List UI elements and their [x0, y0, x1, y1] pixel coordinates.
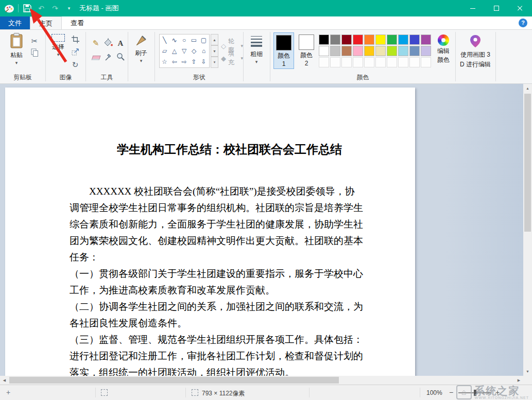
file-menu-button[interactable]: 文件: [0, 16, 30, 29]
shape-icon[interactable]: ⇨: [179, 56, 189, 67]
tab-home[interactable]: 主页: [30, 16, 62, 29]
shape-icon[interactable]: ⌂: [199, 45, 209, 56]
horizontal-scrollbar[interactable]: ◀ ▶: [0, 376, 523, 385]
shapes-scroll-down-icon[interactable]: ▼: [211, 45, 218, 57]
scroll-left-icon[interactable]: ◀: [0, 376, 9, 385]
palette-swatch[interactable]: [409, 46, 420, 56]
shapes-scroll-up-icon[interactable]: ▲: [211, 34, 218, 45]
document-line: 工作，为推进高校素质教育和改革发展作贡献。: [70, 282, 400, 299]
palette-swatch[interactable]: [341, 46, 352, 56]
palette-swatch[interactable]: [353, 46, 363, 56]
shapes-gallery: ╲∿○▭▢ ▱△▽◇⌂ ☆⇦⇨⇧⇩: [159, 34, 210, 68]
shape-icon[interactable]: ⇦: [169, 56, 179, 67]
paste-dropdown-icon: ▾: [15, 61, 18, 65]
palette-swatch[interactable]: [421, 46, 431, 56]
size-button[interactable]: 粗细 ▾: [247, 35, 266, 64]
palette-swatch-empty[interactable]: [387, 57, 397, 67]
palette-swatch[interactable]: [398, 46, 408, 56]
palette-swatch[interactable]: [319, 34, 329, 45]
horizontal-scroll-thumb[interactable]: [9, 377, 339, 384]
palette-swatch[interactable]: [375, 34, 386, 45]
eraser-tool-button[interactable]: [90, 53, 101, 63]
rotate-button[interactable]: ↻: [70, 60, 81, 70]
palette-swatch-empty[interactable]: [398, 57, 408, 67]
palette-swatch-empty[interactable]: [341, 57, 352, 67]
shape-icon[interactable]: ▱: [160, 45, 169, 56]
scroll-up-icon[interactable]: ▲: [523, 84, 532, 93]
cut-button[interactable]: ✂: [29, 36, 40, 46]
maximize-icon: [494, 6, 499, 11]
shape-icon[interactable]: ▭: [189, 34, 199, 45]
shape-icon[interactable]: ◇: [189, 45, 199, 56]
document-line: 各社团良性发展创造条件。: [70, 315, 400, 332]
crop-button[interactable]: [70, 35, 81, 45]
palette-swatch[interactable]: [387, 46, 397, 56]
palette-swatch-empty[interactable]: [409, 57, 420, 67]
resize-button[interactable]: [70, 47, 81, 58]
palette-swatch[interactable]: [375, 46, 386, 56]
palette-swatch[interactable]: [341, 34, 352, 45]
palette-swatch[interactable]: [330, 34, 340, 45]
eraser-icon: [91, 56, 100, 60]
shape-icon[interactable]: ╲: [160, 34, 169, 45]
tab-view[interactable]: 查看: [62, 16, 93, 29]
pencil-icon: ✎: [93, 39, 99, 48]
paste-button[interactable]: 粘贴 ▾: [5, 33, 28, 65]
clipboard-group: 粘贴 ▾ ✂ 剪贴板: [0, 30, 45, 83]
close-button[interactable]: [508, 0, 532, 16]
palette-swatch[interactable]: [330, 46, 340, 56]
edit-colors-button[interactable]: 编辑颜色: [433, 34, 454, 64]
redo-button[interactable]: ↷: [50, 3, 60, 14]
palette-swatch[interactable]: [409, 34, 420, 45]
customize-quick-access-icon[interactable]: ▾: [64, 3, 74, 14]
color-picker-button[interactable]: [102, 53, 114, 63]
brushes-button[interactable]: 刷子 ▾: [131, 35, 151, 63]
minimize-button[interactable]: [461, 0, 485, 16]
edit-with-paint3d-button[interactable]: 使用画图 3 D 进行编辑: [458, 34, 492, 69]
shape-icon[interactable]: ▽: [179, 45, 189, 56]
selection-size-icon: [101, 389, 108, 396]
shape-fill-button[interactable]: ◆ 填充 ▾: [221, 49, 243, 67]
palette-swatch[interactable]: [398, 34, 408, 45]
paint-app-icon[interactable]: [4, 3, 14, 14]
color1-button[interactable]: 颜色 1: [273, 32, 294, 69]
palette-swatch[interactable]: [421, 34, 431, 45]
copy-button[interactable]: [29, 48, 40, 59]
palette-swatch[interactable]: [364, 46, 374, 56]
fill-tool-button[interactable]: [102, 38, 114, 48]
palette-swatch-empty[interactable]: [353, 57, 363, 67]
magnifier-tool-button[interactable]: [115, 53, 126, 63]
scroll-right-icon[interactable]: ▶: [514, 376, 523, 385]
shape-icon[interactable]: ○: [179, 34, 189, 45]
save-button[interactable]: [22, 3, 32, 14]
shape-icon[interactable]: ⇩: [199, 56, 209, 67]
palette-swatch-empty[interactable]: [421, 57, 431, 67]
maximize-button[interactable]: [485, 0, 508, 16]
shape-icon[interactable]: ⇧: [189, 56, 199, 67]
shape-icon[interactable]: △: [169, 45, 179, 56]
palette-swatch[interactable]: [319, 46, 329, 56]
palette-swatch-empty[interactable]: [375, 57, 386, 67]
palette-swatch[interactable]: [387, 34, 397, 45]
palette-swatch[interactable]: [364, 34, 374, 45]
palette-swatch[interactable]: [353, 34, 363, 45]
undo-button[interactable]: ↶: [36, 3, 46, 14]
shape-icon[interactable]: ∿: [169, 34, 179, 45]
vertical-scroll-thumb[interactable]: [524, 94, 531, 232]
shape-icon[interactable]: ▢: [199, 34, 209, 45]
color2-button[interactable]: 颜色 2: [296, 32, 317, 68]
help-button[interactable]: ?: [519, 19, 527, 27]
zoom-out-button[interactable]: −: [449, 388, 453, 396]
palette-swatch-empty[interactable]: [330, 57, 340, 67]
color1-label: 颜色 1: [276, 51, 291, 67]
text-tool-button[interactable]: A: [115, 38, 126, 48]
paint-canvas[interactable]: 学生机构工作总结：校社团联合会工作总结 XXXXXX 校社团联合会(简称“社团联…: [5, 88, 415, 376]
vertical-scrollbar[interactable]: ▲ ▼: [523, 84, 532, 376]
pencil-tool-button[interactable]: ✎: [90, 38, 101, 48]
shapes-more-icon[interactable]: ▾: [211, 57, 218, 68]
palette-swatch-empty[interactable]: [364, 57, 374, 67]
shape-icon[interactable]: ☆: [160, 56, 169, 67]
select-button[interactable]: 选择 ▾: [49, 34, 67, 57]
palette-swatch-empty[interactable]: [319, 57, 329, 67]
scroll-down-icon[interactable]: ▼: [523, 367, 532, 376]
